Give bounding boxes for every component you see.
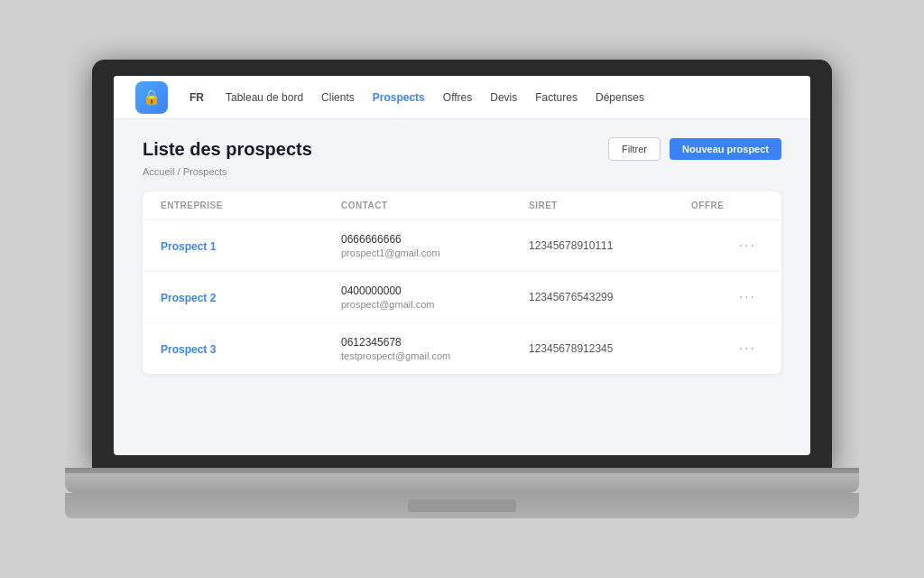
table-row: Prospect 2 0400000000 prospect@gmail.com… [143,272,781,323]
breadcrumb-sep: / [174,166,182,177]
nav-item-offres[interactable]: Offres [443,91,472,104]
logo-icon: 🔒 [143,89,161,106]
prospect-3-menu-button[interactable]: ··· [732,337,763,360]
nav-item-tableau[interactable]: Tableau de bord [226,91,303,104]
col-header-siret: SIRET [529,200,691,210]
prospect-2-phone: 0400000000 [341,284,529,297]
nav-item-depenses[interactable]: Dépenses [596,91,644,104]
breadcrumb: Accueil / Prospects [143,166,781,177]
prospect-1-menu-button[interactable]: ··· [732,234,763,257]
prospect-2-siret: 12345676543299 [529,291,691,303]
nav-item-prospects[interactable]: Prospects [373,91,425,104]
trackpad [408,499,516,512]
prospect-3-email: testprospect@gmail.com [341,350,529,361]
filter-button[interactable]: Filtrer [608,137,661,161]
page-content: Liste des prospects Filtrer Nouveau pros… [114,119,810,392]
header-actions: Filtrer Nouveau prospect [608,137,781,161]
table-header: ENTREPRISE CONTACT SIRET OFFRE [143,191,781,220]
prospects-table: ENTREPRISE CONTACT SIRET OFFRE Prospect … [143,191,781,374]
prospect-2-name[interactable]: Prospect 2 [161,289,341,305]
language-switcher[interactable]: FR [189,91,204,104]
prospect-3-contact: 0612345678 testprospect@gmail.com [341,336,529,361]
page-header: Liste des prospects Filtrer Nouveau pros… [143,137,781,161]
app-logo: 🔒 [135,81,168,114]
prospect-2-actions: ··· [691,285,763,309]
nav-item-factures[interactable]: Factures [535,91,578,104]
prospect-3-phone: 0612345678 [341,336,529,349]
app: 🔒 FR Tableau de bord Clients Prospects O… [114,76,810,455]
new-prospect-button[interactable]: Nouveau prospect [670,138,781,160]
laptop-trackpad-area [65,493,859,518]
prospect-3-name[interactable]: Prospect 3 [161,340,341,357]
laptop-container: 🔒 FR Tableau de bord Clients Prospects O… [92,60,832,518]
prospect-1-contact: 0666666666 prospect1@gmail.com [341,233,529,258]
col-header-entreprise: ENTREPRISE [161,200,341,210]
screen: 🔒 FR Tableau de bord Clients Prospects O… [114,76,810,455]
prospect-3-actions: ··· [691,337,763,360]
laptop-base [65,473,859,493]
nav-item-clients[interactable]: Clients [321,91,355,104]
prospect-1-siret: 12345678910111 [529,239,691,252]
col-header-offre: OFFRE [691,200,763,210]
prospect-1-name[interactable]: Prospect 1 [161,238,341,254]
prospect-2-contact: 0400000000 prospect@gmail.com [341,284,529,310]
screen-bezel: 🔒 FR Tableau de bord Clients Prospects O… [92,60,832,468]
navbar: 🔒 FR Tableau de bord Clients Prospects O… [114,76,810,119]
page-title: Liste des prospects [143,139,312,160]
prospect-3-siret: 12345678912345 [529,342,691,355]
prospect-1-phone: 0666666666 [341,233,529,246]
nav-items: Tableau de bord Clients Prospects Offres… [226,91,789,104]
table-row: Prospect 3 0612345678 testprospect@gmail… [143,323,781,374]
prospect-2-email: prospect@gmail.com [341,299,529,310]
table-row: Prospect 1 0666666666 prospect1@gmail.co… [143,220,781,272]
breadcrumb-current: Prospects [183,166,227,177]
col-header-contact: CONTACT [341,200,529,210]
breadcrumb-home[interactable]: Accueil [143,166,174,177]
nav-item-devis[interactable]: Devis [490,91,517,104]
prospect-1-actions: ··· [691,234,763,257]
prospect-1-email: prospect1@gmail.com [341,247,529,258]
prospect-2-menu-button[interactable]: ··· [732,285,763,309]
